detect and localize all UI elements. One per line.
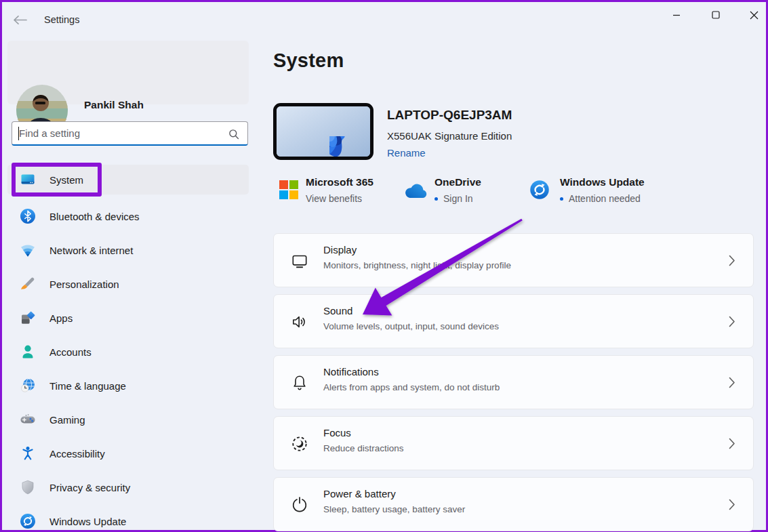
- row-title: Notifications: [323, 366, 379, 377]
- row-subtitle: Monitors, brightness, night light, displ…: [323, 260, 511, 270]
- back-button[interactable]: [13, 15, 28, 25]
- user-name: Pankil Shah: [84, 99, 144, 111]
- sidebar-item-personalization[interactable]: Personalization: [7, 269, 249, 299]
- chevron-right-icon: [729, 499, 735, 510]
- status-bullet: [434, 197, 438, 201]
- sidebar-item-accessibility[interactable]: Accessibility: [7, 438, 249, 468]
- chevron-right-icon: [729, 377, 735, 388]
- sidebar-item-label: System: [49, 174, 83, 186]
- page-title: System: [273, 49, 344, 72]
- settings-row-sound[interactable]: Sound Volume levels, output, input, soun…: [273, 294, 754, 348]
- sidebar-item-bluetooth-devices[interactable]: Bluetooth & devices: [7, 201, 249, 231]
- window-title: Settings: [44, 14, 79, 25]
- sidebar-item-privacy-security[interactable]: Privacy & security: [7, 472, 249, 502]
- sound-icon: [290, 312, 309, 331]
- sidebar-item-label: Personalization: [49, 279, 119, 290]
- accounts-icon: [20, 344, 36, 360]
- sidebar-item-label: Bluetooth & devices: [49, 211, 140, 222]
- chevron-right-icon: [729, 316, 735, 327]
- row-subtitle: Reduce distractions: [323, 443, 404, 453]
- sidebar-item-gaming[interactable]: Gaming: [7, 405, 249, 434]
- notifications-icon: [290, 373, 309, 392]
- quick-status-text[interactable]: Sign In: [443, 193, 473, 204]
- quick-title: Windows Update: [560, 176, 695, 188]
- titlebar: Settings: [2, 2, 766, 37]
- time-language-icon: [20, 377, 36, 394]
- settings-row-power-battery[interactable]: Power & battery Sleep, battery usage, ba…: [273, 477, 754, 531]
- maximize-button[interactable]: [700, 5, 731, 25]
- settings-row-notifications[interactable]: Notifications Alerts from apps and syste…: [273, 355, 754, 409]
- accessibility-icon: [20, 445, 36, 462]
- row-subtitle: Alerts from apps and system, do not dist…: [323, 382, 500, 392]
- quick-status-text[interactable]: Attention needed: [569, 193, 641, 204]
- sidebar-item-windows-update[interactable]: Windows Update: [7, 506, 249, 532]
- personalization-icon: [20, 276, 36, 292]
- search-box[interactable]: [12, 121, 248, 146]
- sidebar-item-label: Network & internet: [49, 245, 133, 256]
- microsoft-365-icon: [279, 180, 299, 200]
- power-icon: [290, 495, 309, 514]
- row-title: Power & battery: [323, 488, 396, 499]
- maximize-icon: [712, 11, 720, 19]
- row-subtitle: Sleep, battery usage, battery saver: [323, 504, 465, 514]
- search-input[interactable]: [19, 122, 222, 144]
- status-bullet: [560, 197, 563, 201]
- back-arrow-icon: [13, 15, 28, 25]
- sidebar-item-label: Accessibility: [49, 448, 105, 459]
- row-subtitle: Volume levels, output, input, sound devi…: [323, 321, 499, 331]
- user-profile-card[interactable]: Pankil Shah: [7, 41, 249, 104]
- device-model: X556UAK Signature Edition: [387, 130, 512, 142]
- settings-row-display[interactable]: Display Monitors, brightness, night ligh…: [273, 233, 754, 287]
- minimize-icon: [672, 11, 681, 19]
- chevron-right-icon: [729, 438, 735, 449]
- row-title: Display: [323, 244, 357, 255]
- close-button[interactable]: [738, 5, 768, 25]
- apps-icon: [20, 310, 36, 326]
- row-title: Focus: [323, 427, 351, 438]
- sidebar-item-time-language[interactable]: Time & language: [7, 371, 249, 401]
- sidebar-item-network-internet[interactable]: Network & internet: [7, 235, 249, 265]
- sidebar-item-label: Windows Update: [49, 516, 126, 527]
- onedrive-icon: [403, 183, 429, 200]
- chevron-right-icon: [729, 255, 735, 266]
- device-thumbnail: [273, 103, 373, 160]
- gaming-icon: [20, 411, 36, 428]
- windows-update-icon: [20, 513, 36, 529]
- quick-status-text[interactable]: View benefits: [306, 193, 362, 204]
- quick-title: OneDrive: [434, 176, 529, 188]
- privacy-security-icon: [20, 479, 36, 495]
- sidebar-item-label: Privacy & security: [49, 482, 130, 493]
- close-icon: [750, 11, 759, 20]
- minimize-button[interactable]: [661, 5, 692, 25]
- settings-window: Settings Pankil Shah: [0, 0, 768, 532]
- sidebar-item-accounts[interactable]: Accounts: [7, 337, 249, 367]
- sidebar-item-label: Gaming: [49, 414, 85, 426]
- system-icon: [20, 171, 36, 188]
- network-icon: [20, 242, 36, 258]
- focus-icon: [290, 434, 309, 453]
- sidebar-item-label: Time & language: [49, 380, 126, 392]
- windows-update-icon: [529, 180, 550, 200]
- bluetooth-icon: [20, 208, 36, 224]
- display-icon: [290, 251, 309, 270]
- device-name: LAPTOP-Q6EJP3AM: [387, 108, 512, 123]
- sidebar-item-label: Apps: [49, 312, 73, 324]
- search-icon: [228, 129, 239, 140]
- rename-link[interactable]: Rename: [387, 147, 426, 159]
- sidebar-item-system[interactable]: System: [7, 165, 249, 195]
- row-title: Sound: [323, 305, 352, 316]
- settings-row-focus[interactable]: Focus Reduce distractions: [273, 416, 754, 470]
- sidebar-item-label: Accounts: [49, 346, 92, 358]
- sidebar-item-apps[interactable]: Apps: [7, 303, 249, 333]
